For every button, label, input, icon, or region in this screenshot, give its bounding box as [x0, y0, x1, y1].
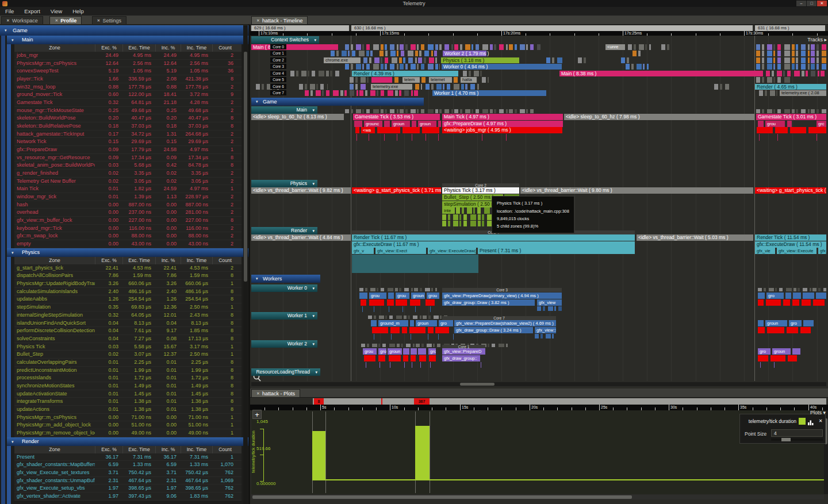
legend-swatch[interactable] [799, 418, 806, 425]
timeline-zone[interactable]: chrome.exe [324, 57, 361, 63]
timeline-zone[interactable]: gfx_draw_group::Draw ( 3.24 ms ) [454, 327, 533, 333]
timeline-zone[interactable] [792, 299, 799, 306]
timeline-zone[interactable] [384, 121, 390, 127]
overview-marker[interactable]: 8 [314, 398, 324, 405]
timeline-zone[interactable]: telemetry.exe [371, 84, 412, 90]
chevron-down-icon[interactable]: ▾ [312, 106, 315, 114]
timeline-zone[interactable] [428, 327, 434, 333]
timeline-zone[interactable]: grou [765, 121, 785, 127]
timeline-zone[interactable] [813, 299, 825, 306]
timeline-zone[interactable]: Physics ( 3.18 ms ) [441, 57, 519, 63]
timeline-zone[interactable] [800, 327, 811, 333]
timeline-zone[interactable] [372, 327, 388, 333]
point-size-slider[interactable] [771, 438, 823, 441]
timeline-zone[interactable]: groun [388, 348, 402, 355]
legend-close-icon[interactable]: ✕ [817, 418, 824, 425]
timeline-zone[interactable]: Main ( 8.38 ms ) [559, 71, 763, 76]
timeline-zone[interactable] [410, 320, 414, 326]
timeline-zone[interactable] [758, 299, 764, 306]
timeline-zone[interactable] [758, 293, 765, 299]
timeline-zone[interactable]: grou [363, 348, 377, 355]
timeline-zone[interactable] [793, 293, 801, 299]
timeline-zone[interactable]: ground_m [378, 320, 408, 326]
timeline-zone[interactable]: Main ( 8 [251, 44, 338, 50]
timeline-zone[interactable]: <waiting> g_start_physics_tick ( 3.71 ms… [352, 187, 441, 194]
timeline-zone[interactable] [389, 355, 401, 361]
timeline-zone[interactable] [758, 327, 765, 333]
timeline-zone[interactable] [411, 348, 417, 355]
timeline-zone[interactable] [767, 327, 784, 333]
timeline-zone[interactable]: Render ( 4.65 ms ) [755, 84, 826, 90]
overview-marker[interactable]: 367 [414, 398, 430, 405]
timeline-zone[interactable] [785, 293, 791, 299]
timeline-zone[interactable] [770, 355, 785, 361]
timeline-zone[interactable] [438, 121, 441, 127]
track-label[interactable]: Render▾ [251, 227, 317, 234]
timeline-zone[interactable] [808, 127, 826, 133]
timeline-zone[interactable]: groun [411, 293, 425, 299]
timeline-zone[interactable] [410, 299, 420, 306]
timeline-zone[interactable]: groun [765, 320, 787, 326]
timeline-zone[interactable]: gfx_view::ExecuteDraw(pri [428, 248, 476, 254]
timeline-zone[interactable]: groun [772, 348, 791, 355]
tracks-button[interactable]: Tracks ▸ [798, 36, 827, 43]
timeline-zone[interactable]: gro [766, 293, 784, 299]
timeline-zone[interactable]: <wa [361, 127, 375, 133]
timeline-zone[interactable]: hatta [461, 77, 477, 83]
timeline-zone[interactable]: gfx_v [352, 248, 374, 254]
timeline-zone[interactable]: gfx_view::M [535, 327, 556, 333]
timeline-zone[interactable] [378, 355, 385, 361]
timeline-zone[interactable]: Present ( 7.31 ms ) [478, 248, 635, 254]
timeline-zone[interactable]: gfx_view::Execute [777, 248, 816, 254]
timeline-zone[interactable] [403, 348, 409, 355]
timeline-zone[interactable] [403, 355, 408, 361]
timeline-zone[interactable]: telemet [429, 77, 452, 83]
timeline-zone[interactable] [790, 127, 806, 133]
timeline-zone[interactable] [409, 327, 425, 333]
timeline-zone[interactable]: gfx::ExecuteDraw ( 11.67 ms ) [352, 241, 635, 248]
timeline-zone[interactable]: gfx_view [537, 299, 562, 306]
timeline-zone[interactable] [758, 355, 768, 361]
timeline-zone[interactable]: Worker 2 ( 1.79 ms ) [443, 51, 486, 56]
track-label[interactable]: Worker 1▾ [251, 312, 317, 320]
plot-spike[interactable] [312, 431, 325, 480]
timeline-zone[interactable]: gfx_view::PrepareDraw(primary_view) ( 4.… [442, 293, 562, 299]
timeline-zone[interactable] [371, 77, 392, 83]
timeline-zone[interactable] [419, 355, 426, 361]
timeline-zone[interactable] [390, 327, 400, 333]
timeline-zone[interactable]: gfx_v [818, 248, 826, 254]
track-label[interactable]: ResourceLoadingThread▾ [251, 368, 320, 376]
timeline-zone[interactable] [787, 121, 792, 127]
timeline-zone[interactable] [435, 327, 449, 333]
timeline-zone[interactable] [402, 127, 420, 133]
timeline-zone[interactable]: inte [442, 207, 455, 214]
point-size-slider-thumb[interactable] [781, 438, 791, 441]
timeline-zone[interactable] [787, 327, 798, 333]
timeline-zone[interactable] [758, 121, 764, 127]
timeline-zone[interactable]: gfx::ExecuteDraw ( 11.54 ms ) [755, 241, 826, 248]
timeline-zone[interactable]: <idle> vs_thread_barrier::Wait ( 5.03 ms… [637, 234, 753, 241]
timeline-zone[interactable] [758, 320, 764, 326]
timeline-zone[interactable]: groun [392, 121, 410, 127]
timeline-zone[interactable] [411, 355, 416, 361]
timeline-zone[interactable] [757, 127, 773, 133]
timeline-zone[interactable] [402, 327, 407, 333]
timeline-zone[interactable] [425, 299, 435, 306]
timeline-zone[interactable]: gro [428, 348, 436, 355]
plots-dropdown-button[interactable]: Plots ▾ [799, 409, 826, 416]
timeline-zone[interactable]: gfx_view::PrepareD [442, 348, 485, 355]
point-size-input[interactable]: 4 [771, 429, 823, 437]
timeline-zone[interactable] [775, 127, 788, 133]
timeline-zone[interactable]: groun [416, 320, 437, 326]
timeline-zone[interactable]: Worker 0 ( 4.94 ms ) [442, 64, 562, 70]
timeline-zone[interactable]: Physics Tick ( 3.17 ms ) [442, 187, 519, 194]
timeline-zone[interactable]: groun [418, 121, 436, 127]
timeline-zone[interactable] [788, 355, 797, 361]
timeline-zone[interactable] [766, 299, 781, 306]
plot-spike[interactable] [415, 426, 430, 480]
timeline-zone[interactable]: grou [369, 293, 386, 299]
chevron-down-icon[interactable]: ▾ [312, 227, 315, 234]
timeline-zone[interactable] [377, 127, 400, 133]
timeline-zone[interactable] [354, 121, 362, 127]
track-label[interactable]: Context Switches▾ [251, 36, 319, 44]
